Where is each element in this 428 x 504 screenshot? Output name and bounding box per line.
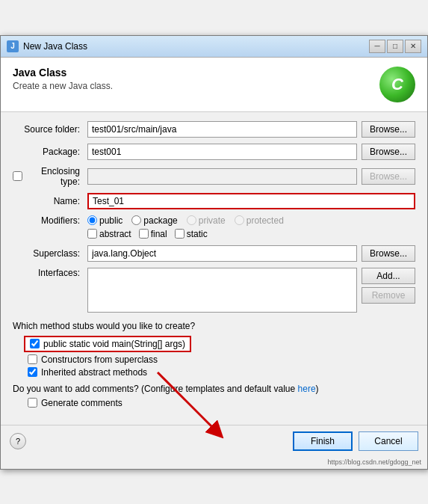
superclass-input[interactable] — [87, 245, 357, 262]
header-text: Java Class Create a new Java class. — [13, 67, 113, 91]
name-input[interactable] — [87, 193, 415, 209]
source-folder-browse-button[interactable]: Browse... — [362, 121, 415, 138]
title-bar-left: J New Java Class — [7, 40, 87, 52]
source-folder-row: Source folder: Browse... — [13, 121, 415, 138]
package-control: Browse... — [87, 144, 415, 160]
comments-link[interactable]: here — [298, 384, 316, 394]
dialog-footer: ? Finish Cancel — [1, 425, 427, 457]
stub-main-item: public static void main(String[] args) — [24, 336, 191, 352]
comments-section: Do you want to add comments? (Configure … — [13, 384, 415, 408]
modifiers-radio-group: public package private protected — [87, 215, 284, 226]
interfaces-textarea[interactable] — [87, 268, 357, 313]
window-controls: ─ □ ✕ — [369, 40, 421, 53]
modifier-package-text: package — [143, 215, 177, 226]
dialog-icon-letter: J — [10, 42, 15, 50]
comments-suffix: ) — [316, 384, 319, 394]
eclipse-logo: C — [379, 67, 415, 102]
package-label: Package: — [13, 147, 87, 157]
modifier-static-label[interactable]: static — [175, 229, 208, 239]
minimize-button[interactable]: ─ — [369, 40, 385, 53]
watermark: https://blog.csdn.net/gdogg_net — [1, 457, 427, 469]
stub-inherited-checkbox[interactable] — [28, 367, 37, 377]
stub-main-text: public static void main(String[] args) — [43, 339, 185, 349]
comments-title: Do you want to add comments? (Configure … — [13, 384, 415, 394]
stubs-title: Which method stubs would you like to cre… — [13, 321, 415, 331]
interfaces-remove-button[interactable]: Remove — [362, 287, 415, 304]
dialog-title: New Java Class — [23, 41, 87, 52]
modifier-package-label[interactable]: package — [131, 215, 177, 226]
superclass-browse-button[interactable]: Browse... — [362, 245, 415, 262]
close-button[interactable]: ✕ — [405, 40, 421, 53]
finish-button[interactable]: Finish — [293, 431, 353, 451]
enclosing-type-checkbox[interactable] — [13, 171, 22, 181]
modifier-abstract-checkbox[interactable] — [87, 229, 97, 239]
package-browse-button[interactable]: Browse... — [362, 144, 415, 160]
name-row: Name: — [13, 193, 415, 209]
modifiers-row2: abstract final static — [87, 229, 415, 239]
modifier-public-label[interactable]: public — [87, 215, 122, 226]
header-title: Java Class — [13, 67, 113, 79]
header-subtitle: Create a new Java class. — [13, 81, 113, 91]
modifier-private-radio[interactable] — [187, 215, 196, 225]
name-control — [87, 193, 415, 209]
superclass-control: Browse... — [87, 245, 415, 262]
stub-main-checkbox[interactable] — [30, 339, 40, 348]
modifiers-row1: Modifiers: public package private — [13, 215, 415, 226]
stubs-section: Which method stubs would you like to cre… — [13, 321, 415, 378]
interfaces-add-button[interactable]: Add... — [362, 268, 415, 284]
modifier-private-text: private — [199, 215, 226, 226]
source-folder-label: Source folder: — [13, 124, 87, 135]
help-button[interactable]: ? — [10, 433, 26, 449]
modifiers-section: Modifiers: public package private — [13, 215, 415, 239]
generate-comments-text: Generate comments — [41, 398, 122, 408]
modifier-public-radio[interactable] — [87, 215, 97, 225]
modifier-abstract-label[interactable]: abstract — [87, 229, 131, 239]
enclosing-type-input[interactable] — [87, 168, 357, 185]
modifier-static-checkbox[interactable] — [175, 229, 184, 239]
modifier-protected-text: protected — [246, 215, 284, 226]
stub-constructors-text: Constructors from superclass — [41, 354, 158, 365]
cancel-button[interactable]: Cancel — [359, 431, 418, 451]
generate-comments-item: Generate comments — [28, 398, 415, 408]
stubs-items: public static void main(String[] args) C… — [13, 336, 415, 378]
package-input[interactable] — [87, 144, 357, 160]
source-folder-input[interactable] — [87, 121, 357, 138]
stub-constructors-item: Constructors from superclass — [28, 354, 415, 365]
new-java-class-dialog: J New Java Class ─ □ ✕ Java Class Create… — [0, 35, 428, 470]
stub-inherited-text: Inherited abstract methods — [41, 367, 147, 378]
enclosing-type-browse-button[interactable]: Browse... — [362, 168, 415, 185]
modifier-abstract-text: abstract — [99, 229, 131, 239]
interfaces-label: Interfaces: — [13, 268, 87, 278]
interfaces-area — [87, 268, 357, 315]
maximize-button[interactable]: □ — [387, 40, 403, 53]
modifier-final-checkbox[interactable] — [139, 229, 149, 239]
logo-letter: C — [391, 75, 403, 94]
dialog-icon: J — [7, 40, 19, 52]
title-bar: J New Java Class ─ □ ✕ — [1, 36, 427, 58]
interfaces-buttons: Add... Remove — [362, 268, 415, 304]
modifier-package-radio[interactable] — [131, 215, 141, 225]
enclosing-type-label: Enclosing type: — [25, 166, 80, 187]
modifier-static-text: static — [187, 229, 208, 239]
modifier-private-label[interactable]: private — [187, 215, 226, 226]
package-row: Package: Browse... — [13, 144, 415, 160]
modifiers-label: Modifiers: — [13, 215, 87, 226]
enclosing-type-row: Enclosing type: Browse... — [13, 166, 415, 187]
stub-inherited-item: Inherited abstract methods — [28, 367, 415, 378]
name-label: Name: — [13, 196, 87, 206]
dialog-header: Java Class Create a new Java class. C — [1, 58, 427, 112]
source-folder-control: Browse... — [87, 121, 415, 138]
enclosing-type-label-group: Enclosing type: — [13, 166, 87, 187]
stub-constructors-checkbox[interactable] — [28, 354, 37, 364]
enclosing-type-control: Browse... — [87, 168, 415, 185]
modifier-final-label[interactable]: final — [139, 229, 167, 239]
modifier-protected-label[interactable]: protected — [235, 215, 284, 226]
footer-left: ? — [10, 433, 26, 449]
modifier-final-text: final — [151, 229, 167, 239]
comments-prefix: Do you want to add comments? (Configure … — [13, 384, 298, 394]
generate-comments-checkbox[interactable] — [28, 398, 37, 408]
dialog-body: Source folder: Browse... Package: Browse… — [1, 112, 427, 425]
footer-right: Finish Cancel — [293, 431, 418, 451]
superclass-row: Superclass: Browse... — [13, 245, 415, 262]
modifier-protected-radio[interactable] — [235, 215, 244, 225]
